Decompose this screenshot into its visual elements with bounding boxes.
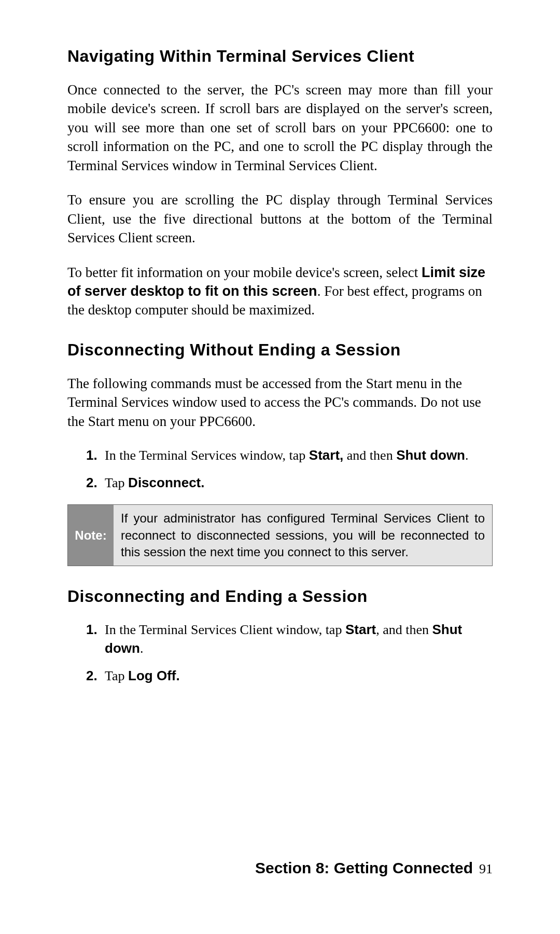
bold-text: Start bbox=[345, 622, 376, 637]
step-item: Tap Log Off. bbox=[86, 667, 493, 685]
bold-text: Disconnect. bbox=[128, 475, 204, 490]
bold-text: Log Off. bbox=[128, 668, 180, 683]
text-run: In the Terminal Services Client window, … bbox=[105, 622, 345, 637]
steps-list: In the Terminal Services window, tap Sta… bbox=[86, 446, 493, 492]
text-run: . bbox=[465, 448, 469, 463]
text-run: Tap bbox=[105, 668, 128, 683]
paragraph: To ensure you are scrolling the PC displ… bbox=[67, 190, 493, 247]
paragraph: Once connected to the server, the PC's s… bbox=[67, 80, 493, 175]
steps-list: In the Terminal Services Client window, … bbox=[86, 621, 493, 684]
section-navigating: Navigating Within Terminal Services Clie… bbox=[67, 47, 493, 320]
page-footer: Section 8: Getting Connected 91 bbox=[255, 859, 493, 877]
heading-navigating: Navigating Within Terminal Services Clie… bbox=[67, 47, 493, 66]
bold-text: Start, bbox=[309, 447, 343, 463]
text-run: . bbox=[140, 641, 144, 656]
section-disconnect-ending: Disconnecting and Ending a Session In th… bbox=[67, 587, 493, 684]
paragraph: To better fit information on your mobile… bbox=[67, 263, 493, 320]
document-page: Navigating Within Terminal Services Clie… bbox=[0, 0, 560, 685]
note-content: If your administrator has configured Ter… bbox=[114, 505, 492, 566]
section-disconnect-without-ending: Disconnecting Without Ending a Session T… bbox=[67, 340, 493, 567]
footer-page-number: 91 bbox=[479, 861, 493, 877]
heading-disconnect-without: Disconnecting Without Ending a Session bbox=[67, 340, 493, 360]
footer-section-label: Section 8: Getting Connected bbox=[255, 859, 473, 877]
bold-text: Shut down bbox=[396, 447, 465, 463]
text-run: and then bbox=[343, 448, 396, 463]
note-label: Note: bbox=[68, 505, 114, 566]
text-run: Tap bbox=[105, 475, 128, 490]
text-run: , and then bbox=[376, 622, 432, 637]
step-item: Tap Disconnect. bbox=[86, 474, 493, 492]
text-run: In the Terminal Services window, tap bbox=[105, 448, 309, 463]
heading-disconnect-ending: Disconnecting and Ending a Session bbox=[67, 587, 493, 606]
paragraph: The following commands must be accessed … bbox=[67, 374, 493, 431]
step-item: In the Terminal Services Client window, … bbox=[86, 621, 493, 657]
note-box: Note: If your administrator has configur… bbox=[67, 504, 493, 566]
text-run: To better fit information on your mobile… bbox=[67, 265, 422, 280]
step-item: In the Terminal Services window, tap Sta… bbox=[86, 446, 493, 464]
